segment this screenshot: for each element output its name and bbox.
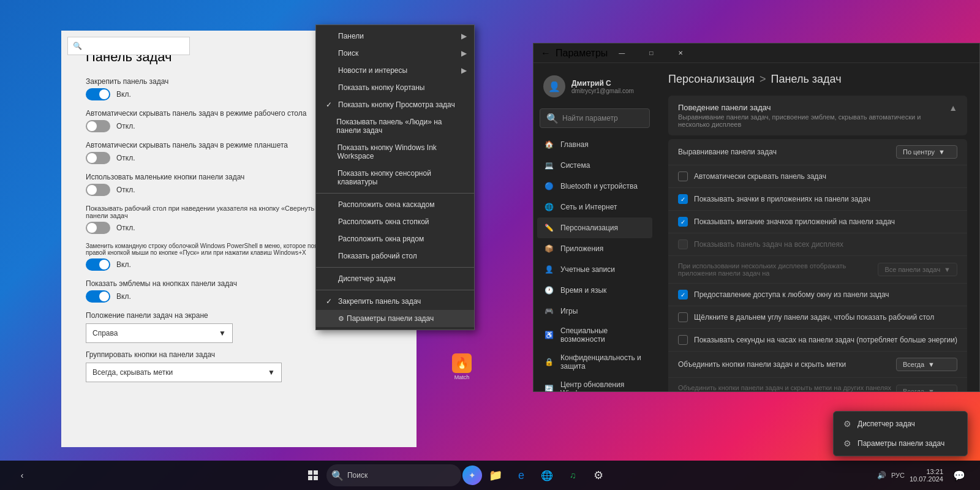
avatar: 👤 bbox=[543, 75, 565, 97]
maximize-button[interactable]: □ bbox=[637, 43, 665, 63]
volume-icon[interactable]: 🔊 bbox=[877, 471, 886, 480]
edge-button[interactable]: e bbox=[509, 463, 533, 488]
clickcorner-checkbox[interactable] bbox=[678, 312, 688, 322]
badges-checkbox[interactable] bbox=[678, 194, 688, 204]
sidebar-item-updates[interactable]: 🔄 Центр обновления Windows bbox=[533, 375, 656, 391]
sidebar-item-label-bluetooth: Bluetooth и устройства bbox=[560, 182, 638, 190]
toggle-small-buttons[interactable] bbox=[86, 184, 110, 196]
ctx-lock[interactable]: ✓ Закрепить панель задач bbox=[316, 293, 474, 310]
ctx-settings[interactable]: ⚙ Параметры панели задач bbox=[316, 310, 474, 327]
flashing-checkbox-row: Показывать мигание значков приложений на… bbox=[678, 217, 957, 227]
toggle-autohide-desktop[interactable] bbox=[86, 120, 110, 132]
sidebar-item-network[interactable]: 🌐 Сеть и Интернет bbox=[533, 197, 656, 217]
ctx-showdesktop[interactable]: Показать рабочий стол bbox=[316, 247, 474, 265]
sidebar-user-name: Дмитрий С bbox=[571, 79, 646, 88]
multidisplay-dropdown[interactable]: Все панели задач ▼ bbox=[878, 263, 957, 276]
showseconds-setting: Показывать секунды на часах на панели за… bbox=[668, 329, 967, 352]
ctx-people[interactable]: Показывать панель «Люди» на панели задач bbox=[316, 113, 474, 139]
sidebar-item-system[interactable]: 💻 Система bbox=[533, 155, 656, 176]
sidebar-item-accounts[interactable]: 👤 Учетные записи bbox=[533, 259, 656, 280]
sidebar-item-personalization[interactable]: ✏️ Персонализация bbox=[537, 217, 652, 238]
toggle-powershell[interactable] bbox=[86, 258, 110, 271]
updates-icon: 🔄 bbox=[543, 383, 554, 391]
ctx-cortana[interactable]: Показать кнопку Кортаны bbox=[316, 79, 474, 96]
ctx-panels[interactable]: Панели ▶ bbox=[316, 28, 474, 45]
ctx-news[interactable]: Новости и интересы ▶ bbox=[316, 62, 474, 79]
settings-taskbar-button[interactable]: ⚙ bbox=[586, 463, 611, 488]
sidebar-item-label-time: Время и язык bbox=[560, 286, 606, 295]
ctx-lock-label: Закрепить панель задач bbox=[338, 297, 421, 306]
taskbar-context-menu: Панели ▶ Поиск ▶ Новости и интересы ▶ По… bbox=[315, 24, 475, 330]
grantaccess-label: Предоставление доступа к любому окну из … bbox=[694, 290, 889, 299]
combine-value: Всегда bbox=[903, 361, 924, 368]
gaming-icon: 🎮 bbox=[543, 306, 554, 317]
ctx-panels-label: Панели bbox=[338, 32, 364, 40]
chrome-button[interactable]: 🌐 bbox=[535, 463, 559, 488]
toggle-show-desktop[interactable] bbox=[86, 222, 110, 234]
tcm-taskbarsettings-label: Параметры панели задач bbox=[858, 439, 944, 448]
breadcrumb-separator: > bbox=[760, 73, 766, 86]
section-collapse-icon[interactable]: ▲ bbox=[949, 103, 957, 113]
showseconds-label: Показывать секунды на часах на панели за… bbox=[694, 336, 957, 344]
ctx-taskmanager[interactable]: Диспетчер задач bbox=[316, 270, 474, 287]
start-button[interactable] bbox=[301, 463, 325, 488]
toggle-autohide-tablet[interactable] bbox=[86, 152, 110, 164]
sidebar-user-info: Дмитрий С dmitrycyr1@gmail.com bbox=[571, 79, 646, 94]
sidebar-item-home[interactable]: 🏠 Главная bbox=[533, 134, 656, 155]
match-app[interactable]: 🔥 Match bbox=[446, 352, 478, 382]
close-button[interactable]: ✕ bbox=[666, 43, 695, 63]
ctx-ink[interactable]: Показать кнопку Windows Ink Workspace bbox=[316, 139, 474, 165]
sidebar-item-time[interactable]: 🕐 Время и язык bbox=[533, 280, 656, 301]
sidebar-search-box[interactable]: 🔍 Найти параметр bbox=[540, 108, 650, 128]
sidebar-item-privacy[interactable]: 🔒 Конфиденциальность и защита bbox=[533, 349, 656, 375]
tcm-taskbarsettings[interactable]: ⚙ Параметры панели задач bbox=[836, 434, 965, 453]
sidebar-item-gaming[interactable]: 🎮 Игры bbox=[533, 301, 656, 322]
tcm-taskmanager-label: Диспетчер задач bbox=[858, 420, 915, 428]
flashing-checkbox[interactable] bbox=[678, 217, 688, 227]
alignment-dropdown[interactable]: По центру ▼ bbox=[896, 145, 957, 159]
autohide-setting: Автоматически скрывать панель задач bbox=[668, 165, 967, 188]
ctx-cascade[interactable]: Расположить окна каскадом bbox=[316, 196, 474, 213]
grouping-dropdown[interactable]: Всегда, скрывать метки ▼ bbox=[86, 363, 282, 382]
taskbar-chevron-button[interactable]: ‹ bbox=[10, 463, 34, 488]
sidebar-user: 👤 Дмитрий С dmitrycyr1@gmail.com bbox=[533, 69, 656, 104]
position-dropdown[interactable]: Справа ▼ bbox=[86, 323, 233, 343]
taskbar-search[interactable]: 🔍 Поиск bbox=[326, 464, 461, 486]
spotify-button[interactable]: ♫ bbox=[560, 463, 585, 488]
taskbar-clock[interactable]: 13:21 10.07.2024 bbox=[910, 468, 943, 483]
sidebar-item-apps[interactable]: 📦 Приложения bbox=[533, 238, 656, 259]
ctx-sidebyside[interactable]: Расположить окна рядом bbox=[316, 230, 474, 247]
alignment-setting: Выравнивание панели задач По центру ▼ bbox=[668, 139, 967, 165]
clickcorner-setting: Щёлкните в дальнем углу панели задач, чт… bbox=[668, 306, 967, 329]
grantaccess-checkbox[interactable] bbox=[678, 290, 688, 300]
lang-button[interactable]: РУС bbox=[891, 472, 905, 479]
win10-search-box[interactable]: 🔍 bbox=[67, 37, 190, 55]
tcm-taskmanager[interactable]: ⚙ Диспетчер задач bbox=[836, 414, 965, 434]
notification-button[interactable]: 💬 bbox=[948, 464, 970, 486]
combine-dropdown[interactable]: Всегда ▼ bbox=[896, 358, 957, 371]
toggle-badges[interactable] bbox=[86, 290, 110, 303]
ctx-taskview[interactable]: ✓ Показать кнопку Просмотра задач bbox=[316, 96, 474, 113]
ctx-search[interactable]: Поиск ▶ bbox=[316, 45, 474, 62]
minimize-button[interactable]: — bbox=[608, 43, 636, 63]
personalization-icon: ✏️ bbox=[543, 222, 554, 233]
combine-other-dropdown[interactable]: Всегда ▼ bbox=[896, 385, 957, 391]
multidisplay-label: При использовании нескольких дисплеев от… bbox=[678, 262, 878, 277]
toggle-label-2: Откл. bbox=[116, 122, 135, 130]
sidebar-item-accessibility[interactable]: ♿ Специальные возможности bbox=[533, 322, 656, 349]
ctx-taskview-check: ✓ bbox=[326, 100, 336, 109]
system-icon: 💻 bbox=[543, 160, 554, 171]
autohide-checkbox[interactable] bbox=[678, 172, 688, 181]
copilot-button[interactable]: ✦ bbox=[462, 466, 482, 485]
sidebar-item-bluetooth[interactable]: 🔵 Bluetooth и устройства bbox=[533, 176, 656, 197]
back-button[interactable]: ← bbox=[541, 48, 551, 59]
alldisplays-checkbox[interactable] bbox=[678, 239, 688, 249]
ctx-stack-label: Расположить окна стопкой bbox=[338, 217, 429, 226]
ctx-settings-gear-icon: ⚙ bbox=[338, 315, 344, 323]
ctx-stack[interactable]: Расположить окна стопкой bbox=[316, 213, 474, 230]
toggle-lock-taskbar[interactable] bbox=[86, 88, 110, 100]
grantaccess-setting: Предоставление доступа к любому окну из … bbox=[668, 284, 967, 306]
file-explorer-button[interactable]: 📁 bbox=[483, 463, 508, 488]
ctx-touchkb[interactable]: Показать кнопку сенсорной клавиатуры bbox=[316, 165, 474, 190]
showseconds-checkbox[interactable] bbox=[678, 335, 688, 345]
